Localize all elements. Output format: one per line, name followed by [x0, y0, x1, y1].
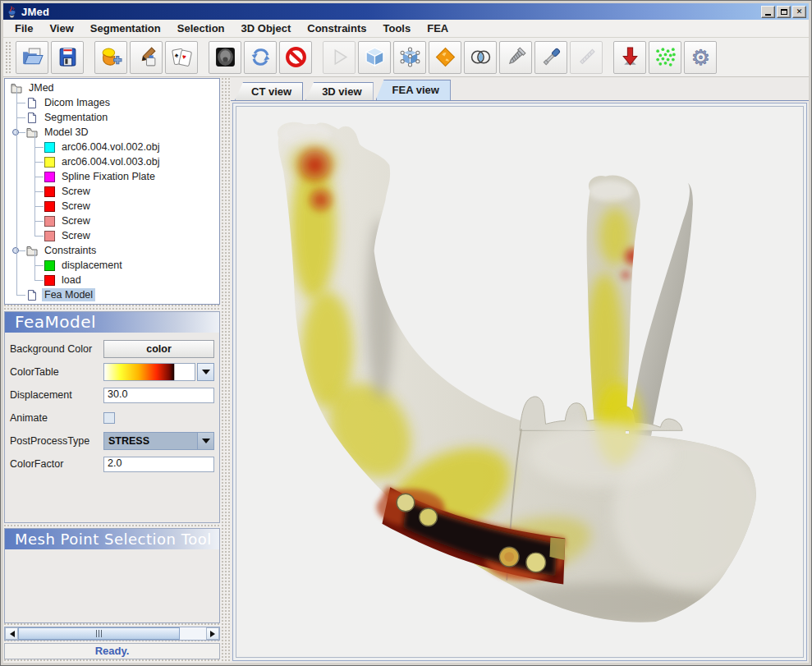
toolbar-button-refresh[interactable] — [244, 41, 277, 74]
menu-item-segmentation[interactable]: Segmentation — [82, 21, 169, 36]
menu-item-fea[interactable]: FEA — [419, 21, 456, 36]
close-button[interactable]: ✕ — [792, 6, 806, 18]
toolbar-button-mesh-points[interactable] — [649, 41, 681, 74]
title-bar[interactable]: JMed ✕ — [3, 3, 809, 20]
tree-item-label: Screw — [59, 214, 93, 227]
background-color-button[interactable]: color — [103, 340, 214, 358]
tree-item-displacement-12[interactable]: displacement — [5, 258, 219, 273]
play-icon — [328, 46, 351, 68]
menu-item-view[interactable]: View — [41, 21, 81, 36]
drill-bit-icon — [576, 46, 598, 68]
view-tabs: CT view3D viewFEA view — [231, 79, 809, 101]
tree-connector-line — [34, 132, 35, 236]
toolbar-button-cancel[interactable] — [279, 41, 312, 74]
toolbar-button-save[interactable] — [51, 41, 84, 74]
cancel-icon — [285, 46, 307, 68]
tree-item-fea-model-14[interactable]: Fea Model — [5, 287, 219, 302]
tree-item-spline-fixation-plate-6[interactable]: Spline Fixation Plate — [5, 169, 219, 184]
fea-panel-title: FeaModel — [5, 312, 219, 333]
tree-item-label: Fea Model — [42, 288, 95, 301]
tree-item-arc06-004-vol-002-obj-4[interactable]: arc06.004.vol.002.obj — [5, 140, 219, 154]
tree-item-dicom-images-1[interactable]: Dicom Images — [5, 95, 219, 110]
toolbar-button-paint-segmentation[interactable] — [130, 41, 163, 74]
left-sidebar: JMedDicom ImagesSegmentationModel 3Darc0… — [3, 77, 221, 663]
scrollbar-track[interactable] — [18, 627, 206, 640]
tree-item-screw-8[interactable]: Screw — [5, 199, 219, 214]
toolbar: ♠♥⚙ — [3, 38, 809, 77]
grip-icon — [96, 630, 97, 637]
animate-checkbox[interactable] — [103, 412, 115, 424]
tree-item-jmed-0[interactable]: JMed — [5, 80, 219, 95]
tab-fea-view[interactable]: FEA view — [376, 80, 451, 100]
menu-item-tools[interactable]: Tools — [374, 21, 419, 36]
horizontal-scrollbar[interactable] — [4, 627, 220, 641]
menu-item-file[interactable]: File — [7, 21, 41, 36]
toolbar-button-settings[interactable]: ⚙ — [684, 41, 717, 74]
tree-item-constraints-11[interactable]: Constraints — [5, 243, 219, 258]
tree-item-screw-7[interactable]: Screw — [5, 184, 219, 199]
panel-splitter[interactable] — [221, 77, 231, 663]
postprocesstype-combo[interactable]: STRESS — [103, 432, 214, 450]
toolbar-button-open-file[interactable] — [16, 41, 48, 74]
toolbar-button-diamond[interactable] — [429, 41, 461, 74]
tree-item-arc06-004-vol-003-obj-5[interactable]: arc06.004.vol.003.obj — [5, 154, 219, 169]
toolbar-button-cards[interactable]: ♠♥ — [165, 41, 198, 74]
menu-item-3d-object[interactable]: 3D Object — [233, 21, 300, 36]
toolbar-button-cube[interactable] — [358, 41, 391, 74]
menu-item-constraints[interactable]: Constraints — [299, 21, 374, 36]
color-swatch — [44, 157, 55, 168]
tree-item-label: arc06.004.vol.002.obj — [59, 140, 163, 154]
displacement-label: Displacement — [10, 389, 103, 401]
colorfactor-input[interactable]: 2.0 — [103, 457, 214, 472]
color-swatch — [44, 260, 55, 271]
cards-icon: ♠♥ — [171, 46, 193, 68]
fea-3d-viewport[interactable] — [236, 106, 804, 658]
tree-item-label: Dicom Images — [42, 96, 112, 109]
toolbar-button-screw[interactable] — [499, 41, 532, 74]
toolbar-button-ct-head[interactable] — [209, 41, 241, 74]
colortable-dropdown-button[interactable] — [197, 363, 214, 381]
java-app-icon — [6, 6, 18, 18]
scroll-right-button[interactable] — [206, 627, 219, 640]
chevron-down-icon[interactable] — [197, 433, 213, 449]
scene-tree[interactable]: JMedDicom ImagesSegmentationModel 3Darc0… — [4, 78, 220, 305]
toolbar-button-cube-vertices[interactable] — [393, 41, 426, 74]
toolbar-button-add-model[interactable] — [94, 41, 127, 74]
toolbar-button-play — [323, 41, 356, 74]
grip-icon — [99, 630, 99, 637]
folder-icon — [26, 246, 38, 256]
tree-item-label: Spline Fixation Plate — [59, 170, 158, 183]
toolbar-button-intersect[interactable] — [464, 41, 497, 74]
toolbar-drag-handle[interactable] — [5, 41, 12, 74]
colortable-gradient-swatch[interactable] — [103, 363, 195, 381]
mesh-point-selection-panel: Mesh Point Selection Tool — [4, 528, 220, 623]
tree-item-screw-9[interactable]: Screw — [5, 214, 219, 228]
menu-item-selection[interactable]: Selection — [169, 21, 233, 36]
expand-handle-icon[interactable] — [12, 247, 19, 254]
tree-item-screw-10[interactable]: Screw — [5, 228, 219, 243]
tree-item-model-3d-3[interactable]: Model 3D — [5, 125, 219, 140]
maximize-button[interactable] — [777, 6, 791, 18]
triangle-right-icon — [210, 631, 218, 637]
toolbar-button-screwdriver[interactable] — [534, 41, 567, 74]
tree-item-label: Screw — [59, 229, 93, 242]
tree-item-label: JMed — [26, 81, 57, 94]
toolbar-button-import-model[interactable] — [613, 41, 646, 74]
cube-icon — [364, 46, 386, 68]
close-icon: ✕ — [796, 8, 803, 16]
toolbar-group: ⚙ — [613, 41, 717, 74]
minimize-button[interactable] — [761, 6, 775, 18]
tab-3d-view[interactable]: 3D view — [305, 82, 373, 100]
tree-item-load-13[interactable]: load — [5, 273, 219, 287]
tree-item-label: load — [59, 273, 84, 287]
expand-handle-icon[interactable] — [12, 129, 19, 135]
displacement-input[interactable]: 30.0 — [103, 388, 214, 403]
animate-label: Animate — [10, 412, 103, 424]
tree-item-label: Model 3D — [42, 126, 91, 139]
tree-connector-line — [16, 88, 17, 295]
scroll-left-button[interactable] — [5, 627, 18, 640]
tab-ct-view[interactable]: CT view — [235, 82, 303, 100]
menu-bar: FileViewSegmentationSelection3D ObjectCo… — [3, 20, 809, 38]
tree-item-segmentation-2[interactable]: Segmentation — [5, 110, 219, 125]
scrollbar-thumb[interactable] — [18, 627, 180, 640]
